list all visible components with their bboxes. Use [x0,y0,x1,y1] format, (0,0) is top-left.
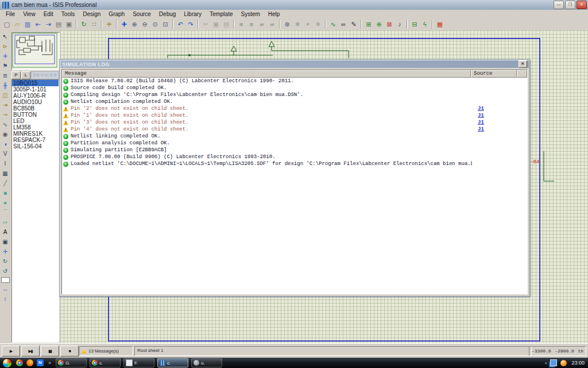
chrome-quicklaunch-icon[interactable] [16,359,23,366]
current-probe-icon[interactable]: I [1,159,10,168]
component-mode-icon[interactable]: ⊳ [1,41,10,51]
firefox-quicklaunch-icon[interactable] [26,359,33,366]
false-origin-icon[interactable]: ✛ [104,19,114,29]
device-list-item[interactable]: 3005P-1-101 [12,86,59,93]
device-list-item[interactable]: MINRES1K [12,131,59,137]
device-list-item[interactable]: 10BQ015 [12,80,59,86]
2d-path-icon[interactable]: ∾ [1,217,10,227]
device-list-item[interactable]: BC850B [12,105,59,112]
menu-item[interactable]: Library [180,10,206,18]
wire-label-icon[interactable]: ⚑ [1,61,10,70]
block-delete-icon[interactable]: ▰ [267,19,277,29]
flip-vertical-icon[interactable]: ↕ [1,294,10,303]
stop-button[interactable]: ■ [60,346,79,356]
menu-item[interactable]: Graph [105,10,129,18]
new-design-icon[interactable]: ▢ [2,19,12,29]
menu-item[interactable]: Source [129,10,155,18]
rotate-anticlockwise-icon[interactable]: ↺ [1,266,10,275]
menu-item[interactable]: System [237,10,264,18]
2d-box-icon[interactable]: ■ [1,188,10,197]
block-copy-icon[interactable]: ■ [236,19,246,29]
device-pin-icon[interactable]: ⊸ [1,110,10,119]
task-button[interactable]: c. [90,358,121,367]
zoom-area-icon[interactable]: ⊡ [160,19,171,29]
export-section-icon[interactable]: ⇥ [43,19,53,29]
open-design-icon[interactable]: ▱ [12,19,22,29]
2d-text-icon[interactable]: A [1,227,10,236]
goto-sheet-icon[interactable]: ♪ [394,19,405,29]
remove-sheet-icon[interactable]: ⊠ [384,19,394,29]
new-sheet-icon[interactable]: ⊕ [374,19,384,29]
pick-devices-button[interactable]: P [11,71,21,79]
cut-icon[interactable]: ✂ [200,19,211,29]
menu-item[interactable]: Tools [57,10,79,18]
wire-autorouter-icon[interactable]: ∿ [328,19,338,29]
start-button[interactable] [2,358,12,368]
undo-icon[interactable]: ↶ [175,19,185,29]
electrical-rule-check-icon[interactable]: ϟ [420,19,430,29]
task-button[interactable]: G. [56,358,87,367]
menu-item[interactable]: Design [79,10,105,18]
decompose-icon[interactable]: ❖ [313,19,323,29]
bill-of-materials-icon[interactable]: ⊟ [409,19,420,29]
pause-button[interactable]: ▮▮ [41,346,59,356]
block-move-icon[interactable]: ■ [246,19,257,29]
subcircuit-icon[interactable]: ◫ [1,90,10,99]
design-explorer-icon[interactable]: ⊞ [363,19,374,29]
rotation-angle-field[interactable] [1,277,10,283]
save-design-icon[interactable]: ▥ [22,19,33,29]
selection-mode-icon[interactable]: ↖ [1,32,10,41]
pick-parts-icon[interactable]: ⊛ [282,19,292,29]
messenger-quicklaunch-icon[interactable]: N [37,359,44,366]
message-count-panel[interactable]: 13 Message(s) [79,346,133,356]
rotate-clockwise-icon[interactable]: ↻ [1,256,10,266]
overview-thumbnail[interactable] [11,32,60,70]
voltage-probe-icon[interactable]: V [1,149,10,158]
dialog-close-icon[interactable]: ✕ [519,60,527,68]
play-button[interactable]: ▶ [2,346,20,356]
app-tray-icon[interactable] [560,360,567,366]
log-source-link[interactable]: J1 [472,126,520,132]
paste-icon[interactable]: ▤ [221,19,231,29]
virtual-instruments-icon[interactable]: ▦ [1,168,10,178]
dialog-title-bar[interactable]: SIMULATION LOG ✕ [60,60,529,68]
graph-mode-icon[interactable]: ∿ [1,120,10,129]
device-list-item[interactable]: BUTTON [12,112,59,118]
device-list-item[interactable]: RESPACK-7 [12,137,59,143]
log-source-link[interactable]: J1 [472,113,520,118]
device-list-item[interactable]: SIL-156-04 [12,143,59,150]
device-list-item[interactable]: AUDIO10U [12,99,59,105]
device-list-item[interactable]: LED [12,118,59,124]
task-button[interactable]: F. [123,358,154,367]
zoom-out-icon[interactable]: ⊖ [140,19,150,29]
import-section-icon[interactable]: ⇤ [33,19,43,29]
device-list-item[interactable]: LM358 [12,124,59,131]
minimize-button[interactable]: — [554,1,564,9]
task-button[interactable]: c. [157,358,188,367]
toolbar-overflow-chevron[interactable]: » [48,360,51,366]
2d-arc-icon[interactable]: ⌒ [1,208,10,217]
2d-circle-icon[interactable]: ● [1,198,10,207]
source-column-header[interactable]: Source [471,70,517,78]
network-tray-icon[interactable] [550,359,557,366]
search-tag-icon[interactable]: ∞ [338,19,349,29]
2d-line-icon[interactable]: ╱ [1,178,10,187]
packaging-tool-icon[interactable]: ✦ [303,19,313,29]
print-icon[interactable]: ▤ [53,19,64,29]
generator-icon[interactable]: ◑ [1,139,10,148]
zoom-all-icon[interactable]: ⊙ [150,19,160,29]
terminal-icon[interactable]: ⇥ [1,100,10,109]
menu-item[interactable]: Debug [155,10,180,18]
netlist-to-ares-icon[interactable]: ▦ [435,19,445,29]
make-device-icon[interactable]: ✱ [292,19,303,29]
2d-symbol-icon[interactable]: ▣ [1,237,10,246]
step-button[interactable]: ▶▮ [21,346,40,356]
property-assignment-icon[interactable]: ✎ [349,19,359,29]
task-button[interactable]: u. [191,358,222,367]
zoom-in-icon[interactable]: ⊕ [129,19,140,29]
flip-horizontal-icon[interactable]: ↔ [1,284,10,293]
log-source-link[interactable]: J1 [472,120,520,125]
2d-marker-icon[interactable]: ✛ [1,247,10,256]
device-list-item[interactable]: AU-Y1006-R [12,93,59,99]
tray-chevron-icon[interactable]: < [545,361,548,366]
